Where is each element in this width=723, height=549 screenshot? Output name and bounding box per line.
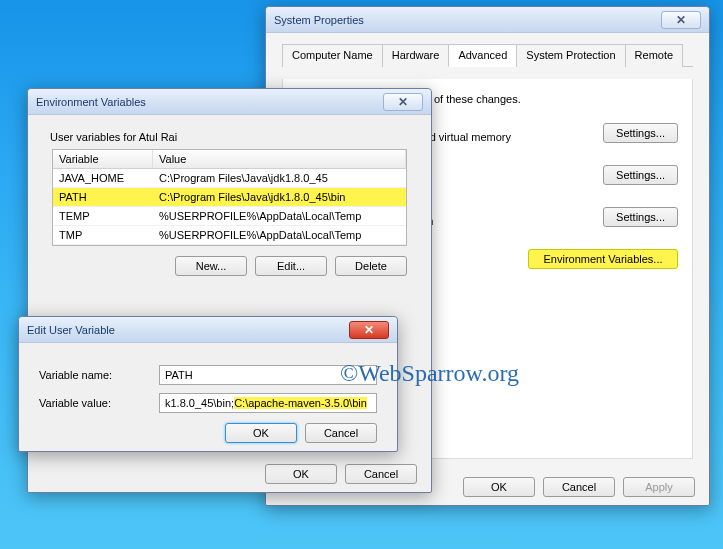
cell-variable: JAVA_HOME	[53, 169, 153, 187]
ok-button[interactable]: OK	[265, 464, 337, 484]
cell-variable: PATH	[53, 188, 153, 206]
settings-button[interactable]: Settings...	[603, 207, 678, 227]
settings-button[interactable]: Settings...	[603, 165, 678, 185]
cell-value: %USERPROFILE%\AppData\Local\Temp	[153, 226, 406, 244]
table-row[interactable]: TEMP%USERPROFILE%\AppData\Local\Temp	[53, 207, 406, 226]
tab-system-protection[interactable]: System Protection	[516, 44, 625, 67]
environment-variables-button[interactable]: Environment Variables...	[528, 249, 678, 269]
variable-name-label: Variable name:	[39, 369, 159, 381]
tab-hardware[interactable]: Hardware	[382, 44, 450, 67]
cell-variable: TEMP	[53, 207, 153, 225]
settings-button[interactable]: Settings...	[603, 123, 678, 143]
table-header-variable: Variable	[53, 150, 153, 168]
close-icon[interactable]: ✕	[349, 321, 389, 339]
cell-value: %USERPROFILE%\AppData\Local\Temp	[153, 207, 406, 225]
ok-button[interactable]: OK	[463, 477, 535, 497]
edit-user-variable-dialog: Edit User Variable ✕ Variable name: Vari…	[18, 316, 398, 452]
system-properties-tabs: Computer NameHardwareAdvancedSystem Prot…	[282, 43, 693, 67]
ok-button[interactable]: OK	[225, 423, 297, 443]
variable-name-input[interactable]	[159, 365, 377, 385]
close-icon[interactable]: ✕	[383, 93, 423, 111]
table-row[interactable]: PATHC:\Program Files\Java\jdk1.8.0_45\bi…	[53, 188, 406, 207]
tab-advanced[interactable]: Advanced	[448, 44, 517, 67]
environment-variables-footer: OK Cancel	[28, 456, 431, 492]
variable-value-input[interactable]: k1.8.0_45\bin;C:\apache-maven-3.5.0\bin	[159, 393, 377, 413]
system-properties-titlebar: System Properties ✕	[266, 7, 709, 33]
table-header-value: Value	[153, 150, 406, 168]
apply-button[interactable]: Apply	[623, 477, 695, 497]
delete-button[interactable]: Delete	[335, 256, 407, 276]
environment-variables-titlebar: Environment Variables ✕	[28, 89, 431, 115]
table-row[interactable]: TMP%USERPROFILE%\AppData\Local\Temp	[53, 226, 406, 245]
edit-variable-titlebar: Edit User Variable ✕	[19, 317, 397, 343]
tab-remote[interactable]: Remote	[625, 44, 684, 67]
cell-value: C:\Program Files\Java\jdk1.8.0_45	[153, 169, 406, 187]
variable-value-highlight: C:\apache-maven-3.5.0\bin	[234, 397, 367, 409]
cell-variable: TMP	[53, 226, 153, 244]
new-button[interactable]: New...	[175, 256, 247, 276]
user-variables-label: User variables for Atul Rai	[50, 131, 415, 143]
tab-computer-name[interactable]: Computer Name	[282, 44, 383, 67]
cancel-button[interactable]: Cancel	[345, 464, 417, 484]
variable-value-label: Variable value:	[39, 397, 159, 409]
cancel-button[interactable]: Cancel	[543, 477, 615, 497]
variable-value-text: k1.8.0_45\bin;	[165, 397, 234, 409]
edit-button[interactable]: Edit...	[255, 256, 327, 276]
user-variables-table[interactable]: Variable Value JAVA_HOMEC:\Program Files…	[52, 149, 407, 246]
table-row[interactable]: JAVA_HOMEC:\Program Files\Java\jdk1.8.0_…	[53, 169, 406, 188]
cell-value: C:\Program Files\Java\jdk1.8.0_45\bin	[153, 188, 406, 206]
system-properties-title: System Properties	[274, 14, 364, 26]
environment-variables-title: Environment Variables	[36, 96, 146, 108]
cancel-button[interactable]: Cancel	[305, 423, 377, 443]
edit-variable-title: Edit User Variable	[27, 324, 115, 336]
close-icon[interactable]: ✕	[661, 11, 701, 29]
